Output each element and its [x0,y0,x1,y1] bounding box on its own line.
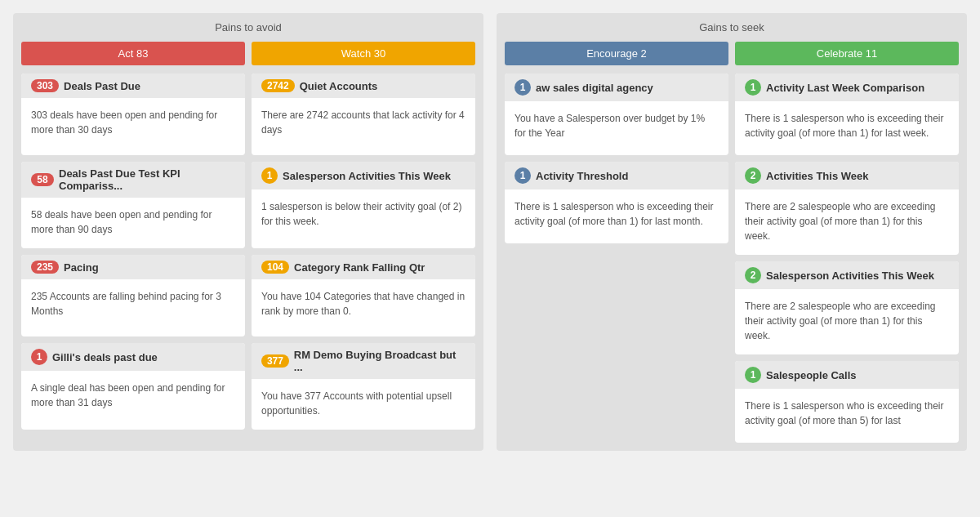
card[interactable]: 2742Quiet AccountsThere are 2742 account… [252,74,475,155]
tab-pains-1[interactable]: Watch 30 [252,42,475,65]
card-header: 2742Quiet Accounts [252,74,475,98]
card[interactable]: 1Salespeople CallsThere is 1 salesperson… [735,361,959,443]
card-badge: 2 [745,167,761,184]
panel-title-pains: Pains to avoid [21,21,475,33]
card-badge: 1 [745,79,761,96]
card-header: 1Activity Last Week Comparison [735,74,959,101]
card-title: Salesperson Activities This Week [283,170,451,182]
card-body: There is 1 salesperson who is exceeding … [745,395,949,428]
card-header: 1Salesperson Activities This Week [252,162,475,189]
tab-gains-1[interactable]: Celebrate 11 [735,42,959,65]
card-title: Salespeople Calls [766,369,857,381]
card-header: 1aw sales digital agency [505,74,728,101]
panel-title-gains: Gains to seek [505,21,959,33]
card[interactable]: 58Deals Past Due Test KPI Compariss...58… [21,162,245,248]
card-title: Pacing [64,261,99,274]
card-badge: 235 [31,261,59,274]
card-header: 303Deals Past Due [21,74,245,98]
gains-right-col: 1Activity Last Week ComparisonThere is 1… [735,74,959,443]
card-badge: 303 [31,79,59,92]
card-badge: 58 [31,173,54,186]
panel-pains: Pains to avoidAct 83Watch 30303Deals Pas… [13,13,483,451]
card[interactable]: 1Activity ThresholdThere is 1 salesperso… [505,162,728,243]
card[interactable]: 1Activity Last Week ComparisonThere is 1… [735,74,959,155]
cards-grid-pains: 303Deals Past Due303 deals have been ope… [21,74,475,430]
card[interactable]: 2Activities This WeekThere are 2 salespe… [735,162,959,255]
card-body: There is 1 salesperson who is exceeding … [514,196,719,229]
card-title: RM Demo Buying Broadcast but ... [294,349,466,373]
card-header: 1Activity Threshold [505,162,728,189]
tab-bar-gains: Encourage 2Celebrate 11 [505,42,959,65]
gains-left-col: 1aw sales digital agencyYou have a Sales… [505,74,728,443]
card-body: There are 2 salespeople who are exceedin… [745,296,949,343]
card-title: aw sales digital agency [536,82,653,94]
card[interactable]: 1aw sales digital agencyYou have a Sales… [505,74,728,155]
card-header: 377RM Demo Buying Broadcast but ... [252,343,475,379]
card-badge: 1 [514,79,531,96]
card-badge: 377 [261,354,289,368]
card[interactable]: 1Gilli's deals past dueA single deal has… [21,343,245,430]
card-title: Activity Last Week Comparison [766,82,924,94]
tab-bar-pains: Act 83Watch 30 [21,42,475,65]
card[interactable]: 2Salesperson Activities This WeekThere a… [735,261,959,354]
card-badge: 1 [745,367,761,383]
card-title: Deals Past Due Test KPI Compariss... [59,167,235,192]
card-body: You have 104 Categories that have change… [261,286,466,319]
cards-grid-gains: 1aw sales digital agencyYou have a Sales… [505,74,959,443]
card[interactable]: 235Pacing235 Accounts are falling behind… [21,255,245,336]
card-badge: 2742 [261,79,295,92]
card-body: You have a Salesperson over budget by 1%… [514,108,719,140]
card-body: There is 1 salesperson who is exceeding … [745,108,949,140]
card[interactable]: 303Deals Past Due303 deals have been ope… [21,74,245,155]
card-header: 1Gilli's deals past due [21,343,245,371]
card-body: 1 salesperson is below their activity go… [261,196,466,229]
card-title: Deals Past Due [64,80,140,92]
card-body: 235 Accounts are falling behind pacing f… [31,286,235,319]
main-container: Pains to avoidAct 83Watch 30303Deals Pas… [13,13,967,451]
card-badge: 104 [261,261,289,274]
card-body: A single deal has been open and pending … [31,377,235,410]
tab-pains-0[interactable]: Act 83 [21,42,245,65]
card-title: Activities This Week [766,170,868,182]
card-title: Category Rank Falling Qtr [294,261,425,274]
card-title: Gilli's deals past due [52,351,158,363]
card-header: 58Deals Past Due Test KPI Compariss... [21,162,245,198]
card-title: Salesperson Activities This Week [766,270,934,282]
card-badge: 1 [261,167,278,184]
card-body: 58 deals have been open and pending for … [31,204,235,237]
card-body: 303 deals have been open and pending for… [31,105,235,137]
card-badge: 1 [514,167,531,184]
card-header: 2Activities This Week [735,162,959,189]
card-badge: 2 [745,267,761,283]
card[interactable]: 377RM Demo Buying Broadcast but ...You h… [252,343,475,430]
card-title: Quiet Accounts [300,80,378,92]
card-body: There are 2742 accounts that lack activi… [261,105,466,137]
card-body: There are 2 salespeople who are exceedin… [745,196,949,243]
card-body: You have 377 Accounts with potential ups… [261,386,466,418]
card-header: 2Salesperson Activities This Week [735,261,959,289]
card-header: 104Category Rank Falling Qtr [252,255,475,279]
card-badge: 1 [31,349,47,365]
card[interactable]: 1Salesperson Activities This Week1 sales… [252,162,475,248]
card-header: 235Pacing [21,255,245,279]
card[interactable]: 104Category Rank Falling QtrYou have 104… [252,255,475,336]
panel-gains: Gains to seekEncourage 2Celebrate 111aw … [497,13,967,451]
card-title: Activity Threshold [536,170,628,182]
tab-gains-0[interactable]: Encourage 2 [505,42,728,65]
card-header: 1Salespeople Calls [735,361,959,389]
